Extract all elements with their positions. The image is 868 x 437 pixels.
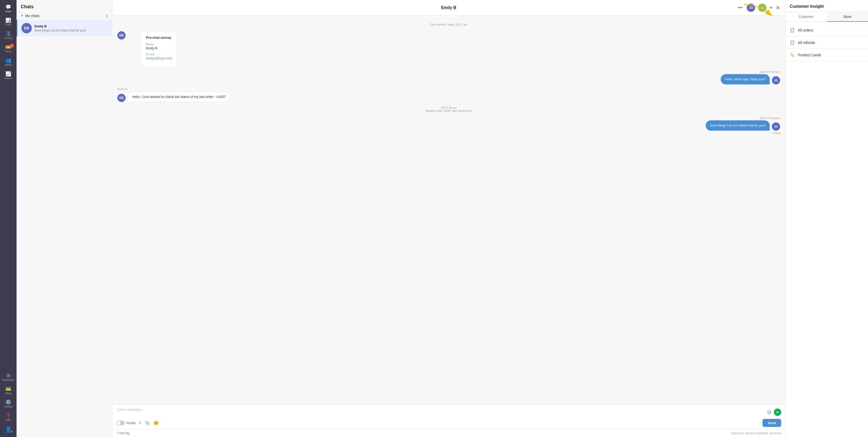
chat-list-panel: Chats ▼ My chats 1 EB Emily B Sure thing…	[17, 0, 112, 437]
chat-list-title: Chats	[17, 0, 112, 12]
sidebar-item-settings[interactable]: ⚙️ Settings	[0, 397, 17, 411]
avatar-initials: EB	[24, 26, 29, 30]
chat-preview: Sure thing! Let me check that for you!	[34, 29, 108, 32]
sidebar-item-billing[interactable]: 💳 Billing	[0, 384, 17, 398]
sidebar-label-settings: Settings	[4, 405, 13, 408]
pre-chat-survey: Pre-chat survey Name: Emily B E-mail: em…	[141, 31, 178, 67]
chat-info: Emily B Sure thing! Let me check that fo…	[34, 24, 108, 32]
sidebar-item-reports[interactable]: 📈 Reports	[0, 69, 17, 82]
panel-content: 📋 All orders 📋 All refunds 🏷️ Product Ca…	[785, 22, 868, 63]
shopify-button[interactable]: S	[758, 4, 767, 12]
chat-date-divider: Chat started: Today, 03:21 pm	[117, 23, 780, 26]
my-chats-count: 1	[106, 14, 108, 18]
my-chats-section-header[interactable]: ▼ My chats 1	[17, 12, 112, 20]
sidebar-item-user[interactable]: 👤	[0, 424, 17, 435]
product-cards-icon: 🏷️	[790, 53, 795, 57]
sidebar-item-marketplace[interactable]: ⊞ Marketplace	[0, 371, 17, 384]
sidebar-label-reports: Reports	[4, 77, 12, 80]
sidebar-label-archives: Archives	[4, 37, 13, 40]
power-icon-button[interactable]: ⏻	[767, 409, 772, 415]
survey-email-label: E-mail:	[146, 53, 172, 56]
send-button[interactable]: Send	[763, 419, 781, 427]
orders-icon: 📋	[790, 28, 795, 33]
agent-bubble-2: Sure thing! Let me check that for you!	[706, 120, 770, 131]
add-integration-button[interactable]: +	[770, 5, 773, 11]
customer-avatar-small: EB	[117, 31, 126, 39]
bottom-bar: + Add tag Type # for canned responses : …	[112, 429, 785, 437]
read-status: ✓ Read	[770, 131, 780, 135]
event-divider: 03:21:23 pm Shopify order #1007 was ment…	[117, 106, 780, 112]
chat-messages: Chat started: Today, 03:21 pm EB Pre-cha…	[112, 16, 785, 404]
panel-tabs: Customer Store	[785, 12, 868, 22]
agent-avatar-2: JG	[772, 123, 780, 131]
survey-name-label: Name:	[146, 43, 172, 46]
product-cards-item[interactable]: 🏷️ Product Cards	[785, 49, 868, 61]
private-toggle[interactable]: Private	[116, 421, 136, 425]
agent-msg-row-1: JG Hello. How may I help you?	[721, 74, 780, 85]
tickets-badge: 4	[10, 44, 14, 48]
sidebar-item-archives[interactable]: 🗄️ Archives	[0, 29, 17, 42]
settings-icon: ⚙️	[5, 400, 11, 404]
customer-msg-row-1: EB Hello, I just wanted to check the sta…	[117, 92, 230, 102]
agent-msg-row-2: JG Sure thing! Let me check that for you…	[706, 120, 780, 131]
sidebar-item-agents[interactable]: 👥 Agents	[0, 56, 17, 69]
product-cards-label: Product Cards	[798, 53, 821, 57]
input-toolbar: Private # 📎 😊 Send	[116, 419, 781, 427]
bottom-hint: Type # for canned responses : for emoji	[731, 432, 781, 435]
chat-header: Emily B ••• JG S + ✕	[112, 0, 785, 16]
tab-store[interactable]: Store	[827, 12, 868, 22]
pre-chat-title: Pre-chat survey	[146, 36, 172, 39]
sidebar-label-billing: Billing	[5, 392, 11, 395]
all-refunds-item[interactable]: 📋 All refunds	[785, 36, 868, 49]
sidebar: 💬 Chats 📊 Traffic 🗄️ Archives 4 🎫 Ticket…	[0, 0, 17, 437]
sidebar-label-agents: Agents	[5, 64, 12, 66]
chat-item-emily[interactable]: EB Emily B Sure thing! Let me check that…	[17, 20, 112, 36]
customer-avatar-1: EB	[117, 94, 126, 102]
chevron-down-icon: ▼	[21, 14, 24, 17]
sidebar-label-help: Help	[6, 419, 11, 422]
customer-sender-1: Emily B	[117, 88, 127, 91]
billing-icon: 💳	[5, 386, 11, 391]
sidebar-item-help[interactable]: ❓ Help	[0, 411, 17, 424]
private-label: Private	[126, 421, 136, 425]
emoji-button[interactable]: 😊	[153, 420, 159, 426]
chat-name: Emily B	[34, 24, 108, 28]
all-refunds-label: All refunds	[798, 40, 815, 45]
private-toggle-switch[interactable]	[116, 421, 125, 425]
agents-icon: 👥	[5, 58, 11, 63]
pre-chat-row: EB Pre-chat survey Name: Emily B E-mail:…	[117, 31, 780, 67]
my-chats-label: My chats	[25, 14, 106, 18]
survey-name-value: Emily B	[146, 46, 172, 50]
right-panel-header: Customer Insight	[785, 0, 868, 12]
more-options-button[interactable]: •••	[737, 4, 744, 12]
tab-customer[interactable]: Customer	[785, 12, 827, 22]
all-orders-item[interactable]: 📋 All orders	[785, 24, 868, 36]
sidebar-label-marketplace: Marketplace	[2, 379, 14, 381]
sidebar-label-tickets: Tickets	[5, 50, 12, 53]
agent-msg-1-container: John G Pearson JG Hello. How may I help …	[117, 70, 780, 85]
agent-avatar-1: JG	[772, 76, 780, 85]
sidebar-item-tickets[interactable]: 4 🎫 Tickets	[0, 42, 17, 56]
agent-avatar-button[interactable]: JG	[747, 4, 755, 12]
all-orders-label: All orders	[798, 28, 813, 32]
hashtag-button[interactable]: #	[138, 420, 142, 426]
add-tag-button[interactable]: + Add tag	[116, 431, 129, 435]
agent-msg-2-container: John G Pearson JG Sure thing! Let me che…	[117, 116, 780, 135]
event-time: 03:21:23 pm	[117, 106, 780, 109]
message-input-area: ⏻ G Private # 📎 😊 Send	[112, 404, 785, 429]
sidebar-item-chats[interactable]: 💬 Chats	[0, 2, 17, 15]
event-text: Shopify order #1007 was mentioned.	[117, 109, 780, 112]
right-panel-title: Customer Insight	[790, 4, 864, 9]
attachment-button[interactable]: 📎	[144, 420, 150, 426]
sidebar-label-traffic: Traffic	[5, 24, 12, 26]
chats-icon: 💬	[5, 5, 11, 9]
close-button[interactable]: ✕	[776, 5, 780, 11]
message-textarea[interactable]	[116, 408, 765, 417]
marketplace-icon: ⊞	[6, 373, 10, 378]
refunds-icon: 📋	[790, 40, 795, 45]
chat-header-actions: ••• JG S + ✕	[456, 4, 780, 12]
customer-bubble-1: Hello, I just wanted to check the status…	[128, 92, 230, 102]
grammarly-button[interactable]: G	[774, 409, 781, 416]
customer-msg-1-container: Emily B EB Hello, I just wanted to check…	[117, 88, 780, 102]
sidebar-item-traffic[interactable]: 📊 Traffic	[0, 15, 17, 29]
